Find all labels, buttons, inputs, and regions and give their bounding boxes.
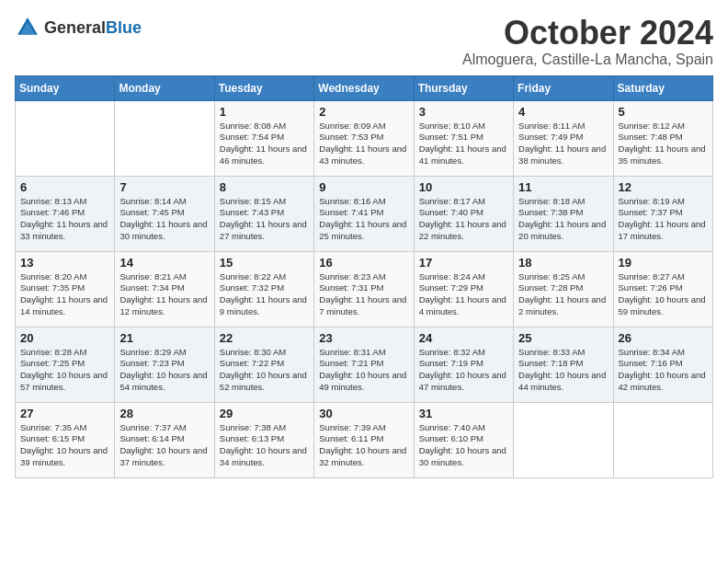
- cell-info: Sunrise: 8:08 AM Sunset: 7:54 PM Dayligh…: [220, 121, 309, 167]
- day-number: 14: [119, 256, 209, 270]
- calendar-week-3: 13Sunrise: 8:20 AM Sunset: 7:35 PM Dayli…: [16, 251, 713, 327]
- calendar-cell: 8Sunrise: 8:15 AM Sunset: 7:43 PM Daylig…: [214, 176, 313, 251]
- cell-info: Sunrise: 8:30 AM Sunset: 7:22 PM Dayligh…: [220, 347, 309, 394]
- cell-info: Sunrise: 8:24 AM Sunset: 7:29 PM Dayligh…: [419, 271, 508, 318]
- page-header: GeneralBlue October 2024 Almoguera, Cast…: [15, 15, 713, 68]
- month-title: October 2024: [462, 15, 713, 52]
- cell-info: Sunrise: 8:21 AM Sunset: 7:34 PM Dayligh…: [119, 271, 209, 318]
- day-number: 30: [319, 407, 408, 420]
- calendar-cell: 18Sunrise: 8:25 AM Sunset: 7:28 PM Dayli…: [514, 251, 613, 327]
- cell-info: Sunrise: 8:34 AM Sunset: 7:16 PM Dayligh…: [619, 347, 708, 394]
- calendar-cell: 16Sunrise: 8:23 AM Sunset: 7:31 PM Dayli…: [314, 251, 414, 327]
- day-number: 15: [220, 256, 309, 270]
- day-number: 9: [319, 180, 408, 194]
- calendar-cell: 30Sunrise: 7:39 AM Sunset: 6:11 PM Dayli…: [314, 402, 414, 477]
- calendar-cell: 2Sunrise: 8:09 AM Sunset: 7:53 PM Daylig…: [314, 100, 414, 176]
- day-number: 13: [20, 256, 109, 270]
- calendar-cell: 17Sunrise: 8:24 AM Sunset: 7:29 PM Dayli…: [414, 251, 513, 327]
- calendar-cell: [16, 100, 115, 176]
- day-number: 4: [518, 105, 608, 119]
- cell-info: Sunrise: 7:35 AM Sunset: 6:15 PM Dayligh…: [20, 422, 109, 469]
- day-number: 27: [20, 407, 109, 420]
- day-number: 11: [518, 180, 608, 194]
- day-number: 28: [119, 407, 209, 420]
- cell-info: Sunrise: 8:14 AM Sunset: 7:45 PM Dayligh…: [119, 196, 209, 243]
- calendar-week-2: 6Sunrise: 8:13 AM Sunset: 7:46 PM Daylig…: [16, 176, 713, 251]
- day-number: 5: [619, 105, 708, 119]
- cell-info: Sunrise: 8:15 AM Sunset: 7:43 PM Dayligh…: [220, 196, 309, 243]
- cell-info: Sunrise: 8:28 AM Sunset: 7:25 PM Dayligh…: [20, 347, 109, 394]
- calendar-cell: 28Sunrise: 7:37 AM Sunset: 6:14 PM Dayli…: [115, 402, 214, 477]
- cell-info: Sunrise: 8:27 AM Sunset: 7:26 PM Dayligh…: [619, 271, 708, 318]
- cell-info: Sunrise: 8:20 AM Sunset: 7:35 PM Dayligh…: [20, 271, 109, 318]
- day-number: 26: [619, 331, 708, 345]
- calendar-cell: 29Sunrise: 7:38 AM Sunset: 6:13 PM Dayli…: [214, 402, 313, 477]
- logo: GeneralBlue: [15, 15, 142, 40]
- day-number: 29: [220, 407, 309, 420]
- cell-info: Sunrise: 8:12 AM Sunset: 7:48 PM Dayligh…: [619, 121, 708, 167]
- calendar-cell: 5Sunrise: 8:12 AM Sunset: 7:48 PM Daylig…: [613, 100, 712, 176]
- cell-info: Sunrise: 8:17 AM Sunset: 7:40 PM Dayligh…: [419, 196, 508, 243]
- cell-info: Sunrise: 7:37 AM Sunset: 6:14 PM Dayligh…: [119, 422, 209, 469]
- title-block: October 2024 Almoguera, Castille-La Manc…: [462, 15, 713, 68]
- cell-info: Sunrise: 7:39 AM Sunset: 6:11 PM Dayligh…: [319, 422, 408, 469]
- calendar-cell: 27Sunrise: 7:35 AM Sunset: 6:15 PM Dayli…: [16, 402, 115, 477]
- cell-info: Sunrise: 8:25 AM Sunset: 7:28 PM Dayligh…: [518, 271, 608, 318]
- calendar-cell: [115, 100, 214, 176]
- calendar-week-5: 27Sunrise: 7:35 AM Sunset: 6:15 PM Dayli…: [16, 402, 713, 477]
- calendar-cell: 11Sunrise: 8:18 AM Sunset: 7:38 PM Dayli…: [514, 176, 613, 251]
- calendar-table: SundayMondayTuesdayWednesdayThursdayFrid…: [15, 75, 713, 478]
- calendar-cell: 14Sunrise: 8:21 AM Sunset: 7:34 PM Dayli…: [115, 251, 214, 327]
- cell-info: Sunrise: 8:09 AM Sunset: 7:53 PM Dayligh…: [319, 121, 408, 167]
- weekday-header-wednesday: Wednesday: [314, 75, 414, 100]
- calendar-week-4: 20Sunrise: 8:28 AM Sunset: 7:25 PM Dayli…: [16, 327, 713, 402]
- cell-info: Sunrise: 8:23 AM Sunset: 7:31 PM Dayligh…: [319, 271, 408, 318]
- cell-info: Sunrise: 7:40 AM Sunset: 6:10 PM Dayligh…: [419, 422, 508, 469]
- calendar-cell: 24Sunrise: 8:32 AM Sunset: 7:19 PM Dayli…: [414, 327, 513, 402]
- location-title: Almoguera, Castille-La Mancha, Spain: [462, 52, 713, 68]
- calendar-cell: 3Sunrise: 8:10 AM Sunset: 7:51 PM Daylig…: [414, 100, 513, 176]
- day-number: 18: [518, 256, 608, 270]
- weekday-header-tuesday: Tuesday: [214, 75, 313, 100]
- calendar-cell: 12Sunrise: 8:19 AM Sunset: 7:37 PM Dayli…: [613, 176, 712, 251]
- calendar-header: SundayMondayTuesdayWednesdayThursdayFrid…: [16, 75, 713, 100]
- calendar-cell: 6Sunrise: 8:13 AM Sunset: 7:46 PM Daylig…: [16, 176, 115, 251]
- calendar-cell: 20Sunrise: 8:28 AM Sunset: 7:25 PM Dayli…: [16, 327, 115, 402]
- calendar-cell: 19Sunrise: 8:27 AM Sunset: 7:26 PM Dayli…: [613, 251, 712, 327]
- calendar-cell: 4Sunrise: 8:11 AM Sunset: 7:49 PM Daylig…: [514, 100, 613, 176]
- day-number: 17: [419, 256, 508, 270]
- calendar-cell: 23Sunrise: 8:31 AM Sunset: 7:21 PM Dayli…: [314, 327, 414, 402]
- day-number: 23: [319, 331, 408, 345]
- cell-info: Sunrise: 8:33 AM Sunset: 7:18 PM Dayligh…: [518, 347, 608, 394]
- day-number: 8: [220, 180, 309, 194]
- cell-info: Sunrise: 8:29 AM Sunset: 7:23 PM Dayligh…: [119, 347, 209, 394]
- calendar-week-1: 1Sunrise: 8:08 AM Sunset: 7:54 PM Daylig…: [16, 100, 713, 176]
- calendar-cell: 26Sunrise: 8:34 AM Sunset: 7:16 PM Dayli…: [613, 327, 712, 402]
- day-number: 12: [619, 180, 708, 194]
- cell-info: Sunrise: 8:32 AM Sunset: 7:19 PM Dayligh…: [419, 347, 508, 394]
- cell-info: Sunrise: 8:11 AM Sunset: 7:49 PM Dayligh…: [518, 121, 608, 167]
- weekday-header-friday: Friday: [514, 75, 613, 100]
- calendar-cell: 31Sunrise: 7:40 AM Sunset: 6:10 PM Dayli…: [414, 402, 513, 477]
- calendar-cell: [613, 402, 712, 477]
- cell-info: Sunrise: 8:16 AM Sunset: 7:41 PM Dayligh…: [319, 196, 408, 243]
- cell-info: Sunrise: 8:18 AM Sunset: 7:38 PM Dayligh…: [518, 196, 608, 243]
- day-number: 22: [220, 331, 309, 345]
- day-number: 20: [20, 331, 109, 345]
- cell-info: Sunrise: 8:13 AM Sunset: 7:46 PM Dayligh…: [20, 196, 109, 243]
- weekday-header-thursday: Thursday: [414, 75, 513, 100]
- day-number: 16: [319, 256, 408, 270]
- day-number: 1: [220, 105, 309, 119]
- calendar-cell: 13Sunrise: 8:20 AM Sunset: 7:35 PM Dayli…: [16, 251, 115, 327]
- day-number: 6: [20, 180, 109, 194]
- calendar-cell: 15Sunrise: 8:22 AM Sunset: 7:32 PM Dayli…: [214, 251, 313, 327]
- calendar-cell: [514, 402, 613, 477]
- day-number: 31: [419, 407, 508, 420]
- logo-blue: Blue: [106, 18, 142, 37]
- cell-info: Sunrise: 8:22 AM Sunset: 7:32 PM Dayligh…: [220, 271, 309, 318]
- weekday-header-saturday: Saturday: [613, 75, 712, 100]
- day-number: 24: [419, 331, 508, 345]
- day-number: 21: [119, 331, 209, 345]
- day-number: 19: [619, 256, 708, 270]
- calendar-cell: 25Sunrise: 8:33 AM Sunset: 7:18 PM Dayli…: [514, 327, 613, 402]
